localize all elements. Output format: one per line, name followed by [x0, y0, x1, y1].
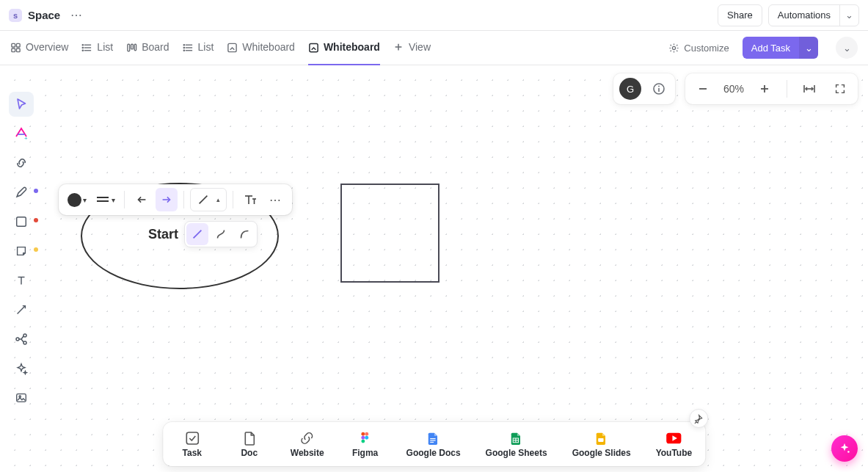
add-view-button[interactable]: View	[393, 31, 431, 65]
website-link-icon	[299, 430, 316, 446]
fullscreen-button[interactable]	[828, 77, 852, 101]
svg-point-56	[365, 436, 369, 440]
tray-pin-button[interactable]	[689, 409, 708, 428]
tab-overview[interactable]: Overview	[10, 31, 68, 65]
tab-board[interactable]: Board	[126, 31, 169, 65]
svg-point-55	[362, 436, 365, 440]
tab-label: List	[198, 41, 214, 53]
zoom-level[interactable]: 60%	[716, 83, 751, 95]
tool-pen[interactable]	[9, 180, 34, 205]
info-button[interactable]	[649, 79, 669, 99]
tray-google-slides[interactable]: Google Slides	[572, 430, 631, 458]
tab-whiteboard-1[interactable]: Whiteboard	[227, 31, 295, 65]
tray-label: Google Slides	[572, 448, 631, 458]
connector-icon	[15, 303, 28, 316]
svg-point-16	[183, 44, 184, 45]
whiteboard-canvas[interactable]: +	[0, 65, 868, 472]
line-type-segment: ▴	[190, 188, 227, 211]
svg-rect-3	[16, 48, 20, 51]
stroke-style-picker[interactable]: ▾	[92, 188, 118, 211]
space-title[interactable]: Space	[28, 9, 60, 21]
connector-start-controls: Start	[148, 220, 258, 248]
tray-label: Doc	[241, 448, 258, 458]
customize-button[interactable]: Customize	[668, 43, 729, 54]
tray-doc[interactable]: Doc	[233, 430, 266, 458]
whiteboard-icon	[308, 42, 319, 53]
tray-google-sheets[interactable]: Google Sheets	[486, 430, 547, 458]
add-task-button[interactable]: Add Task ⌄	[743, 37, 818, 59]
shape-rectangle[interactable]	[340, 184, 440, 283]
ai-fab-button[interactable]	[831, 435, 858, 462]
tray-figma[interactable]: Figma	[349, 430, 382, 458]
tray-google-docs[interactable]: Google Docs	[406, 430, 461, 458]
space-badge: s	[9, 9, 22, 22]
automations-label: Automations	[769, 10, 839, 21]
pin-icon	[694, 414, 704, 424]
tray-label: YouTube	[656, 448, 693, 458]
chevron-up-icon[interactable]: ▴	[213, 196, 223, 203]
board-icon	[126, 42, 137, 53]
tool-sticky[interactable]	[9, 239, 34, 264]
svg-rect-58	[431, 438, 436, 439]
chevron-down-icon: ⌄	[843, 43, 851, 53]
tab-list-1[interactable]: List	[81, 31, 113, 65]
google-docs-icon	[426, 430, 442, 446]
nav-more-button[interactable]: ⌄	[836, 37, 858, 59]
whiteboard-icon	[227, 42, 238, 53]
tool-image[interactable]	[9, 385, 34, 410]
line-style-elbow[interactable]	[210, 223, 232, 245]
text-tool-button[interactable]	[239, 188, 261, 211]
svg-rect-59	[431, 440, 436, 440]
avatar[interactable]: G	[619, 78, 641, 100]
fill-color-picker[interactable]: ▾	[65, 188, 90, 211]
chevron-down-icon: ▾	[112, 196, 115, 204]
arrow-right-icon	[160, 193, 173, 206]
tool-mindmap[interactable]	[9, 327, 34, 352]
tray-website[interactable]: Website	[291, 430, 324, 458]
top-row: s Space ⋯ Share Automations ⌄	[0, 0, 868, 31]
tray-youtube[interactable]: YouTube	[656, 430, 693, 458]
space-more-menu[interactable]: ⋯	[66, 8, 87, 22]
svg-point-53	[362, 432, 365, 436]
arrow-end-button[interactable]	[156, 188, 178, 211]
presence-pill: G	[613, 73, 675, 104]
arrow-start-button[interactable]	[131, 188, 153, 211]
tool-templates[interactable]	[9, 356, 34, 381]
tab-whiteboard-2[interactable]: Whiteboard	[308, 31, 380, 65]
tray-label: Google Sheets	[486, 448, 547, 458]
automations-caret[interactable]: ⌄	[839, 5, 858, 26]
tool-text[interactable]	[9, 268, 34, 293]
fit-to-screen-button[interactable]	[798, 77, 821, 101]
svg-rect-12	[134, 44, 136, 50]
tool-link[interactable]	[9, 150, 34, 175]
plus-icon	[759, 83, 770, 95]
sparkle-icon	[838, 442, 851, 455]
tool-shape[interactable]	[9, 209, 34, 234]
zoom-out-button[interactable]	[691, 77, 715, 101]
fit-width-icon	[802, 81, 817, 96]
line-style-curved[interactable]	[233, 223, 255, 245]
tool-connector[interactable]	[9, 297, 34, 322]
line-type-button[interactable]	[194, 188, 213, 211]
svg-line-46	[200, 196, 208, 204]
add-view-label: View	[409, 41, 431, 53]
automations-button[interactable]: Automations ⌄	[768, 4, 859, 26]
line-elbow-icon	[214, 228, 227, 241]
tab-label: List	[97, 41, 113, 53]
tab-label: Overview	[26, 41, 68, 53]
tray-task[interactable]: Task	[176, 430, 208, 458]
tool-select[interactable]	[9, 92, 34, 117]
share-button[interactable]: Share	[718, 4, 762, 26]
line-style-straight[interactable]	[186, 223, 208, 245]
more-options-button[interactable]: ⋯	[264, 188, 286, 211]
add-task-caret[interactable]: ⌄	[799, 37, 818, 59]
zoom-in-button[interactable]	[753, 77, 776, 101]
text-size-icon	[243, 192, 258, 207]
color-indicator-purple-icon	[34, 189, 38, 193]
list-icon	[183, 42, 194, 53]
square-icon	[15, 215, 28, 228]
arrow-left-icon	[135, 193, 148, 206]
tool-ai[interactable]: +	[9, 121, 34, 146]
tab-list-2[interactable]: List	[183, 31, 214, 65]
tray-label: Google Docs	[406, 448, 461, 458]
